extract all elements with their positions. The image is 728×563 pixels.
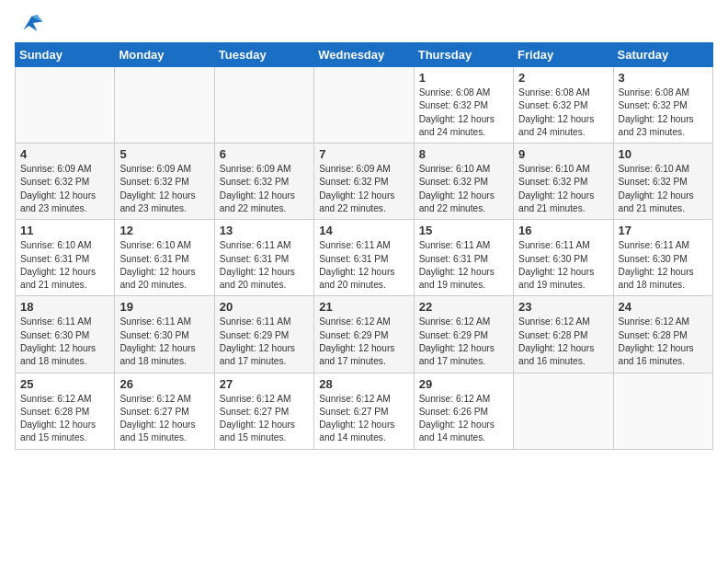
- day-cell: 22Sunrise: 6:12 AM Sunset: 6:29 PM Dayli…: [414, 296, 513, 373]
- day-cell: [514, 373, 613, 449]
- day-info: Sunrise: 6:11 AM Sunset: 6:31 PM Dayligh…: [220, 239, 309, 292]
- day-cell: 14Sunrise: 6:11 AM Sunset: 6:31 PM Dayli…: [314, 220, 414, 296]
- header-row: SundayMondayTuesdayWednesdayThursdayFrid…: [16, 43, 713, 67]
- day-cell: 21Sunrise: 6:12 AM Sunset: 6:29 PM Dayli…: [314, 296, 414, 373]
- day-number: 16: [518, 224, 608, 237]
- day-info: Sunrise: 6:12 AM Sunset: 6:29 PM Dayligh…: [419, 316, 508, 368]
- col-header-monday: Monday: [115, 43, 214, 67]
- day-cell: [613, 373, 712, 449]
- day-cell: [115, 67, 214, 144]
- day-cell: 27Sunrise: 6:12 AM Sunset: 6:27 PM Dayli…: [214, 373, 313, 449]
- day-info: Sunrise: 6:11 AM Sunset: 6:31 PM Dayligh…: [419, 239, 508, 292]
- day-cell: 10Sunrise: 6:10 AM Sunset: 6:32 PM Dayli…: [613, 144, 712, 220]
- day-cell: 8Sunrise: 6:10 AM Sunset: 6:32 PM Daylig…: [414, 144, 513, 220]
- day-info: Sunrise: 6:11 AM Sunset: 6:30 PM Dayligh…: [518, 239, 608, 292]
- day-cell: 16Sunrise: 6:11 AM Sunset: 6:30 PM Dayli…: [514, 220, 613, 296]
- day-info: Sunrise: 6:10 AM Sunset: 6:32 PM Dayligh…: [518, 163, 608, 215]
- day-number: 11: [20, 224, 109, 237]
- day-info: Sunrise: 6:12 AM Sunset: 6:26 PM Dayligh…: [419, 393, 508, 445]
- day-cell: 3Sunrise: 6:08 AM Sunset: 6:32 PM Daylig…: [613, 67, 712, 144]
- day-info: Sunrise: 6:11 AM Sunset: 6:30 PM Dayligh…: [619, 239, 708, 292]
- day-number: 9: [518, 147, 608, 161]
- day-number: 10: [619, 147, 708, 161]
- day-cell: [16, 67, 115, 144]
- week-row-3: 11Sunrise: 6:10 AM Sunset: 6:31 PM Dayli…: [16, 220, 713, 296]
- day-number: 4: [20, 147, 109, 161]
- day-number: 12: [119, 224, 209, 237]
- day-cell: 26Sunrise: 6:12 AM Sunset: 6:27 PM Dayli…: [115, 373, 214, 449]
- day-cell: 23Sunrise: 6:12 AM Sunset: 6:28 PM Dayli…: [514, 296, 613, 373]
- day-info: Sunrise: 6:10 AM Sunset: 6:32 PM Dayligh…: [619, 163, 708, 215]
- day-cell: 1Sunrise: 6:08 AM Sunset: 6:32 PM Daylig…: [414, 67, 513, 144]
- day-info: Sunrise: 6:11 AM Sunset: 6:29 PM Dayligh…: [220, 316, 309, 368]
- week-row-1: 1Sunrise: 6:08 AM Sunset: 6:32 PM Daylig…: [16, 67, 713, 144]
- day-info: Sunrise: 6:12 AM Sunset: 6:29 PM Dayligh…: [319, 316, 408, 368]
- day-number: 19: [119, 300, 209, 314]
- day-cell: 12Sunrise: 6:10 AM Sunset: 6:31 PM Dayli…: [115, 220, 214, 296]
- day-number: 7: [319, 147, 408, 161]
- day-number: 8: [419, 147, 508, 161]
- day-info: Sunrise: 6:08 AM Sunset: 6:32 PM Dayligh…: [419, 86, 508, 139]
- day-info: Sunrise: 6:11 AM Sunset: 6:30 PM Dayligh…: [20, 316, 109, 368]
- day-cell: 28Sunrise: 6:12 AM Sunset: 6:27 PM Dayli…: [314, 373, 414, 449]
- day-number: 18: [20, 300, 109, 314]
- header: [15, 9, 713, 37]
- day-info: Sunrise: 6:10 AM Sunset: 6:31 PM Dayligh…: [119, 239, 209, 292]
- day-number: 25: [20, 377, 109, 391]
- day-number: 14: [319, 224, 408, 237]
- week-row-2: 4Sunrise: 6:09 AM Sunset: 6:32 PM Daylig…: [16, 144, 713, 220]
- day-info: Sunrise: 6:11 AM Sunset: 6:31 PM Dayligh…: [319, 239, 408, 292]
- day-cell: 29Sunrise: 6:12 AM Sunset: 6:26 PM Dayli…: [414, 373, 513, 449]
- day-info: Sunrise: 6:09 AM Sunset: 6:32 PM Dayligh…: [119, 163, 209, 215]
- day-number: 2: [518, 71, 608, 85]
- day-info: Sunrise: 6:12 AM Sunset: 6:27 PM Dayligh…: [220, 393, 309, 445]
- day-info: Sunrise: 6:10 AM Sunset: 6:32 PM Dayligh…: [419, 163, 508, 215]
- day-number: 21: [319, 300, 408, 314]
- col-header-tuesday: Tuesday: [214, 43, 313, 67]
- day-info: Sunrise: 6:08 AM Sunset: 6:32 PM Dayligh…: [518, 86, 608, 139]
- day-info: Sunrise: 6:12 AM Sunset: 6:28 PM Dayligh…: [20, 393, 109, 445]
- day-number: 17: [619, 224, 708, 237]
- day-number: 5: [119, 147, 209, 161]
- day-cell: [314, 67, 414, 144]
- day-cell: [214, 67, 313, 144]
- day-cell: 13Sunrise: 6:11 AM Sunset: 6:31 PM Dayli…: [214, 220, 313, 296]
- col-header-saturday: Saturday: [613, 43, 712, 67]
- day-cell: 25Sunrise: 6:12 AM Sunset: 6:28 PM Dayli…: [16, 373, 115, 449]
- day-info: Sunrise: 6:12 AM Sunset: 6:28 PM Dayligh…: [619, 316, 708, 368]
- day-cell: 24Sunrise: 6:12 AM Sunset: 6:28 PM Dayli…: [613, 296, 712, 373]
- day-cell: 7Sunrise: 6:09 AM Sunset: 6:32 PM Daylig…: [314, 144, 414, 220]
- week-row-5: 25Sunrise: 6:12 AM Sunset: 6:28 PM Dayli…: [16, 373, 713, 449]
- day-cell: 17Sunrise: 6:11 AM Sunset: 6:30 PM Dayli…: [613, 220, 712, 296]
- day-number: 13: [220, 224, 309, 237]
- day-number: 23: [518, 300, 608, 314]
- day-cell: 20Sunrise: 6:11 AM Sunset: 6:29 PM Dayli…: [214, 296, 313, 373]
- calendar-table: SundayMondayTuesdayWednesdayThursdayFrid…: [15, 42, 713, 450]
- col-header-sunday: Sunday: [16, 43, 115, 67]
- day-info: Sunrise: 6:10 AM Sunset: 6:31 PM Dayligh…: [20, 239, 109, 292]
- day-info: Sunrise: 6:09 AM Sunset: 6:32 PM Dayligh…: [319, 163, 408, 215]
- logo-bird-icon: [17, 9, 44, 37]
- day-number: 26: [119, 377, 209, 391]
- day-number: 20: [220, 300, 309, 314]
- day-cell: 18Sunrise: 6:11 AM Sunset: 6:30 PM Dayli…: [16, 296, 115, 373]
- col-header-wednesday: Wednesday: [314, 43, 414, 67]
- day-info: Sunrise: 6:11 AM Sunset: 6:30 PM Dayligh…: [119, 316, 209, 368]
- day-info: Sunrise: 6:12 AM Sunset: 6:27 PM Dayligh…: [319, 393, 408, 445]
- week-row-4: 18Sunrise: 6:11 AM Sunset: 6:30 PM Dayli…: [16, 296, 713, 373]
- logo: [15, 13, 44, 37]
- day-info: Sunrise: 6:09 AM Sunset: 6:32 PM Dayligh…: [220, 163, 309, 215]
- day-number: 22: [419, 300, 508, 314]
- day-cell: 4Sunrise: 6:09 AM Sunset: 6:32 PM Daylig…: [16, 144, 115, 220]
- day-number: 28: [319, 377, 408, 391]
- day-cell: 2Sunrise: 6:08 AM Sunset: 6:32 PM Daylig…: [514, 67, 613, 144]
- day-info: Sunrise: 6:08 AM Sunset: 6:32 PM Dayligh…: [619, 86, 708, 139]
- day-cell: 6Sunrise: 6:09 AM Sunset: 6:32 PM Daylig…: [214, 144, 313, 220]
- day-number: 3: [619, 71, 708, 85]
- day-cell: 9Sunrise: 6:10 AM Sunset: 6:32 PM Daylig…: [514, 144, 613, 220]
- day-info: Sunrise: 6:09 AM Sunset: 6:32 PM Dayligh…: [20, 163, 109, 215]
- day-number: 24: [619, 300, 708, 314]
- col-header-friday: Friday: [514, 43, 613, 67]
- day-cell: 15Sunrise: 6:11 AM Sunset: 6:31 PM Dayli…: [414, 220, 513, 296]
- day-number: 29: [419, 377, 508, 391]
